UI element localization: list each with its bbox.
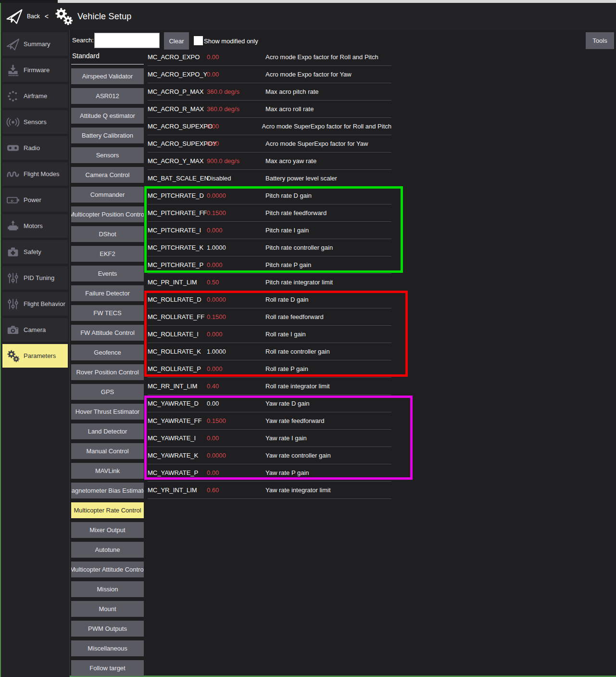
category-gps[interactable]: GPS <box>71 384 144 400</box>
category-fw-tecs[interactable]: FW TECS <box>71 305 144 321</box>
category-hover-thrust-estimator[interactable]: Hover Thrust Estimator <box>71 404 144 420</box>
param-row-mc-acro-p-max[interactable]: MC_ACRO_P_MAX360.0 deg/sMax acro pitch r… <box>148 83 391 101</box>
category-sensors[interactable]: Sensors <box>71 147 144 163</box>
param-description: Yaw rate P gain <box>265 469 391 476</box>
param-description: Acro mode SuperExpo factor for Roll and … <box>262 123 391 130</box>
param-description: Yaw rate integrator limit <box>265 486 391 494</box>
sidebar-item-label: Motors <box>24 222 43 230</box>
category-commander[interactable]: Commander <box>71 187 144 203</box>
param-value: 0.000 <box>207 227 265 234</box>
param-description: Acro mode Expo factor for Roll and Pitch <box>265 53 391 61</box>
category-miscellaneous[interactable]: Miscellaneous <box>71 640 144 656</box>
show-modified-checkbox[interactable] <box>194 36 203 45</box>
category-land-detector[interactable]: Land Detector <box>71 423 144 439</box>
sidebar-item-sensors[interactable]: Sensors <box>2 110 68 134</box>
sidebar-item-parameters[interactable]: Parameters <box>2 344 68 368</box>
param-row-mc-bat-scale-en[interactable]: MC_BAT_SCALE_ENDisabledBattery power lev… <box>148 170 391 187</box>
sidebar-item-radio[interactable]: Radio <box>2 136 68 160</box>
param-row-mc-rollrate-k[interactable]: MC_ROLLRATE_K1.0000Roll rate controller … <box>148 343 391 360</box>
category-mavlink[interactable]: MAVLink <box>71 463 144 479</box>
param-row-mc-acro-expo[interactable]: MC_ACRO_EXPO0.00Acro mode Expo factor fo… <box>148 49 391 66</box>
category-pwm-outputs[interactable]: PWM Outputs <box>71 621 144 637</box>
sidebar-item-label: Parameters <box>24 352 56 359</box>
param-row-mc-pitchrate-k[interactable]: MC_PITCHRATE_K1.0000Pitch rate controlle… <box>148 239 391 256</box>
param-row-mc-rollrate-i[interactable]: MC_ROLLRATE_I0.000Roll rate I gain <box>148 326 391 343</box>
sidebar-item-flight-behavior[interactable]: Flight Behavior <box>2 292 68 316</box>
category-geofence[interactable]: Geofence <box>71 345 144 360</box>
param-row-mc-acro-y-max[interactable]: MC_ACRO_Y_MAX900.0 deg/sMax acro yaw rat… <box>148 153 391 170</box>
breadcrumb-separator: < <box>45 13 49 20</box>
battery-icon <box>2 191 24 210</box>
sidebar-item-flight-modes[interactable]: Flight Modes <box>2 162 68 186</box>
param-row-mc-rollrate-ff[interactable]: MC_ROLLRATE_FF0.1500Roll rate feedforwar… <box>148 308 391 326</box>
search-input[interactable] <box>94 33 160 48</box>
param-description: Yaw rate controller gain <box>265 452 391 459</box>
param-row-mc-yr-int-lim[interactable]: MC_YR_INT_LIM0.60Yaw rate integrator lim… <box>148 482 391 499</box>
category-fw-attitude-control[interactable]: FW Attitude Control <box>71 325 144 341</box>
param-description: Pitch rate P gain <box>265 261 391 268</box>
param-description: Roll rate P gain <box>265 365 391 372</box>
category-camera-control[interactable]: Camera Control <box>71 167 144 183</box>
param-row-mc-rollrate-p[interactable]: MC_ROLLRATE_P0.000Roll rate P gain <box>148 360 391 378</box>
sidebar-item-safety[interactable]: Safety <box>2 240 68 264</box>
sidebar-item-firmware[interactable]: Firmware <box>2 58 68 82</box>
category-follow-target[interactable]: Follow target <box>71 660 144 676</box>
sidebar-item-motors[interactable]: Motors <box>2 214 68 238</box>
category-mount[interactable]: Mount <box>71 601 144 617</box>
category-multicopter-rate-control[interactable]: Multicopter Rate Control <box>71 502 144 518</box>
category-attitude-q-estimator[interactable]: Attitude Q estimator <box>71 108 144 124</box>
category-asr012[interactable]: ASR012 <box>71 88 144 104</box>
category-manual-control[interactable]: Manual Control <box>71 443 144 459</box>
param-row-mc-acro-supexpo[interactable]: MC_ACRO_SUPEXPO0.00Acro mode SuperExpo f… <box>148 118 391 135</box>
param-row-mc-rollrate-d[interactable]: MC_ROLLRATE_D0.0000Roll rate D gain <box>148 291 391 308</box>
category-ekf2[interactable]: EKF2 <box>71 246 144 262</box>
category-mission[interactable]: Mission <box>71 581 144 597</box>
param-name: MC_ACRO_SUPEXPO <box>148 123 207 130</box>
sidebar-item-power[interactable]: Power <box>2 188 68 212</box>
sidebar-item-airframe[interactable]: Airframe <box>2 84 68 108</box>
param-row-mc-pitchrate-i[interactable]: MC_PITCHRATE_I0.000Pitch rate I gain <box>148 222 391 239</box>
tools-button[interactable]: Tools <box>586 32 614 49</box>
param-name: MC_YAWRATE_I <box>148 434 207 442</box>
airframe-dots-icon <box>2 87 24 106</box>
sidebar-item-pid-tuning[interactable]: PID Tuning <box>2 266 68 290</box>
param-description: Max acro yaw rate <box>265 157 391 165</box>
sidebar-item-summary[interactable]: Summary <box>2 32 68 56</box>
sidebar-item-camera[interactable]: Camera <box>2 318 68 342</box>
param-description: Pitch rate I gain <box>265 227 391 234</box>
category-dshot[interactable]: DShot <box>71 226 144 242</box>
param-description: Yaw rate feedforward <box>265 417 391 424</box>
category-battery-calibration[interactable]: Battery Calibration <box>71 128 144 143</box>
param-row-mc-pitchrate-ff[interactable]: MC_PITCHRATE_FF0.1500Pitch rate feedforw… <box>148 204 391 222</box>
param-row-mc-yawrate-i[interactable]: MC_YAWRATE_I0.00Yaw rate I gain <box>148 430 391 447</box>
category-multicopter-attitude-control[interactable]: Multicopter Attitude Control <box>71 562 144 577</box>
param-row-mc-acro-expo-y[interactable]: MC_ACRO_EXPO_Y0.00Acro mode Expo factor … <box>148 66 391 83</box>
clear-button[interactable]: Clear <box>164 32 189 50</box>
param-row-mc-yawrate-k[interactable]: MC_YAWRATE_K0.0000Yaw rate controller ga… <box>148 447 391 464</box>
param-value: 0.1500 <box>207 417 265 424</box>
category-autotune[interactable]: Autotune <box>71 542 144 558</box>
param-row-mc-rr-int-lim[interactable]: MC_RR_INT_LIM0.40Roll rate integrator li… <box>148 378 391 395</box>
category-failure-detector[interactable]: Failure Detector <box>71 285 144 301</box>
sidebar-divider <box>69 30 70 677</box>
category-rover-position-control[interactable]: Rover Position Control <box>71 364 144 380</box>
param-row-mc-acro-supexpoy[interactable]: MC_ACRO_SUPEXPOY0.00Acro mode SuperExpo … <box>148 135 391 153</box>
param-description: Pitch rate controller gain <box>265 244 391 251</box>
param-row-mc-yawrate-p[interactable]: MC_YAWRATE_P0.00Yaw rate P gain <box>148 464 391 482</box>
param-row-mc-pitchrate-p[interactable]: MC_PITCHRATE_P0.000Pitch rate P gain <box>148 256 391 274</box>
page-title: Vehicle Setup <box>77 12 132 22</box>
param-row-mc-pr-int-lim[interactable]: MC_PR_INT_LIM0.50Pitch rate integrator l… <box>148 274 391 291</box>
param-row-mc-pitchrate-d[interactable]: MC_PITCHRATE_D0.0000Pitch rate D gain <box>148 187 391 204</box>
category-magnetometer-bias-estimator[interactable]: Magnetometer Bias Estimator <box>71 483 144 498</box>
param-row-mc-yawrate-ff[interactable]: MC_YAWRATE_FF0.1500Yaw rate feedforward <box>148 412 391 430</box>
category-airspeed-validator[interactable]: Airspeed Validator <box>71 68 144 84</box>
category-mixer-output[interactable]: Mixer Output <box>71 522 144 538</box>
param-row-mc-yawrate-d[interactable]: MC_YAWRATE_D0.00Yaw rate D gain <box>148 395 391 412</box>
back-button[interactable]: Back <box>27 13 40 20</box>
category-multicopter-position-control[interactable]: Multicopter Position Control <box>71 206 144 222</box>
sidebar-item-label: Flight Behavior <box>24 300 65 307</box>
param-row-mc-acro-r-max[interactable]: MC_ACRO_R_MAX360.0 deg/sMax acro roll ra… <box>148 101 391 118</box>
param-description: Yaw rate I gain <box>265 434 391 442</box>
category-events[interactable]: Events <box>71 266 144 281</box>
param-description: Battery power level scaler <box>265 175 391 182</box>
